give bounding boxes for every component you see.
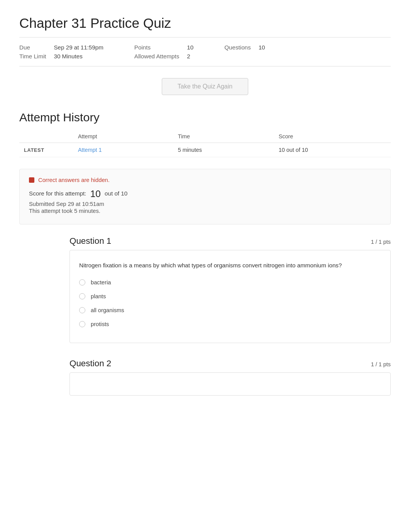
time-limit-value: 30 Minutes bbox=[54, 52, 111, 61]
question-1-text: Nitrogen fixation is a means by which wh… bbox=[79, 261, 381, 270]
radio-plants[interactable] bbox=[79, 293, 85, 299]
score-line: Score for this attempt: 10 out of 10 bbox=[29, 189, 381, 199]
radio-protists[interactable] bbox=[79, 321, 85, 327]
score-number: 10 bbox=[90, 189, 101, 199]
time-limit-label: Time Limit bbox=[19, 52, 54, 61]
points-value: 10 bbox=[187, 43, 201, 52]
question-2-body bbox=[69, 372, 391, 396]
attempt-history-table: Attempt Time Score LATEST Attempt 1 5 mi… bbox=[19, 130, 391, 157]
latest-label: LATEST bbox=[19, 143, 73, 157]
allowed-attempts-value: 2 bbox=[187, 52, 201, 61]
question-1-header: Question 1 1 / 1 pts bbox=[69, 236, 391, 246]
col-time: Time bbox=[173, 130, 274, 143]
answer-label-bacteria: bacteria bbox=[91, 279, 111, 286]
correct-answers-notice: Correct answers are hidden. bbox=[29, 177, 381, 183]
attempt-score: 10 out of 10 bbox=[274, 143, 391, 157]
points-label: Points bbox=[134, 43, 187, 52]
answer-option-plants: plants bbox=[79, 293, 381, 299]
question-1-block: Question 1 1 / 1 pts Nitrogen fixation i… bbox=[69, 236, 391, 343]
answer-label-plants: plants bbox=[91, 293, 106, 299]
question-1-pts: 1 / 1 pts bbox=[371, 239, 391, 245]
questions-label: Questions bbox=[224, 43, 258, 52]
attempt-history-title: Attempt History bbox=[19, 110, 391, 124]
attempt-link[interactable]: Attempt 1 bbox=[78, 147, 102, 153]
take-quiz-section: Take the Quiz Again bbox=[19, 78, 391, 95]
answer-option-protists: protists bbox=[79, 321, 381, 327]
question-1-body: Nitrogen fixation is a means by which wh… bbox=[69, 250, 391, 343]
due-value: Sep 29 at 11:59pm bbox=[54, 43, 111, 52]
duration-line: This attempt took 5 minutes. bbox=[29, 208, 381, 214]
submitted-line: Submitted Sep 29 at 10:51am bbox=[29, 201, 381, 207]
attempt-row: LATEST Attempt 1 5 minutes 10 out of 10 bbox=[19, 143, 391, 157]
question-2-block: Question 2 1 / 1 pts bbox=[69, 359, 391, 396]
attempt-result-section: Correct answers are hidden. Score for th… bbox=[19, 169, 391, 224]
score-prefix: Score for this attempt: bbox=[29, 190, 86, 197]
question-2-title: Question 2 bbox=[69, 359, 111, 369]
question-2-pts: 1 / 1 pts bbox=[371, 361, 391, 367]
notice-text: Correct answers are hidden. bbox=[38, 177, 110, 183]
answer-option-bacteria: bacteria bbox=[79, 279, 381, 286]
take-quiz-again-button[interactable]: Take the Quiz Again bbox=[162, 78, 248, 95]
page-title: Chapter 31 Practice Quiz bbox=[19, 15, 391, 31]
questions-value: 10 bbox=[259, 43, 273, 52]
col-empty bbox=[19, 130, 73, 143]
question-1-title: Question 1 bbox=[69, 236, 111, 246]
due-label: Due bbox=[19, 43, 54, 52]
col-score: Score bbox=[274, 130, 391, 143]
col-attempt: Attempt bbox=[73, 130, 173, 143]
radio-all-organisms[interactable] bbox=[79, 307, 85, 313]
attempt-time: 5 minutes bbox=[173, 143, 274, 157]
answer-option-all-organisms: all organisms bbox=[79, 307, 381, 313]
answer-label-protists: protists bbox=[91, 321, 109, 327]
question-2-header: Question 2 1 / 1 pts bbox=[69, 359, 391, 369]
notice-icon bbox=[29, 177, 34, 183]
quiz-meta: Due Sep 29 at 11:59pm Points 10 Question… bbox=[19, 37, 391, 66]
radio-bacteria[interactable] bbox=[79, 279, 85, 286]
allowed-attempts-label: Allowed Attempts bbox=[134, 52, 187, 61]
score-suffix: out of 10 bbox=[105, 190, 127, 197]
answer-label-all-organisms: all organisms bbox=[91, 307, 124, 313]
